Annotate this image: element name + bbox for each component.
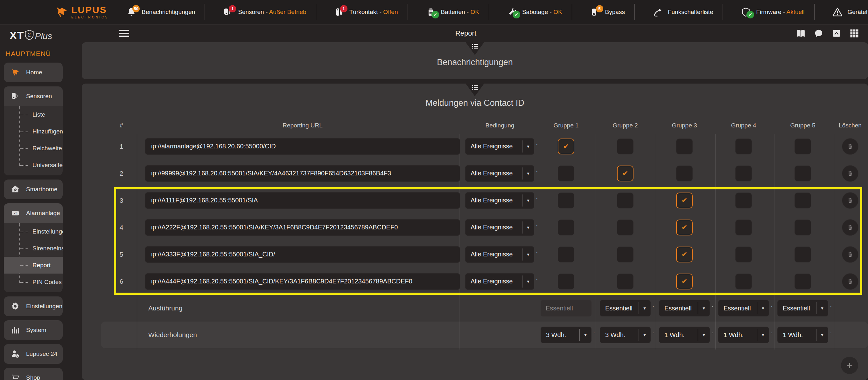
statusbar-item-benachrichtigungen[interactable]: 50 Benachrichtigungen — [126, 6, 195, 19]
sidebar-item-alarm-einstellungen[interactable]: Einstellungen — [4, 223, 63, 240]
reporting-url-input[interactable] — [145, 273, 460, 290]
gruppe1-checkbox[interactable]: ✔ — [558, 274, 574, 289]
gruppe2-checkbox[interactable]: ✔ — [617, 166, 633, 181]
gruppe1-checkbox[interactable]: ✔ — [558, 247, 574, 263]
gruppe3-checkbox[interactable]: ✔ — [676, 247, 693, 263]
gruppe4-checkbox[interactable]: ✔ — [735, 219, 752, 235]
reporting-url-input[interactable] — [145, 165, 460, 182]
sidebar-item-alarmanlage[interactable]: XT Alarmanlage — [4, 203, 63, 223]
add-row-button[interactable]: + — [841, 356, 859, 374]
ausfuehrung-gruppe5-dropdown[interactable]: Essentiell▾ — [777, 300, 828, 316]
gruppe4-checkbox[interactable]: ✔ — [735, 139, 752, 154]
gruppe2-checkbox[interactable]: ✔ — [617, 139, 633, 154]
sidebar-item-lupusec24[interactable]: Lupusec 24 — [4, 344, 63, 364]
gruppe2-checkbox[interactable]: ✔ — [617, 219, 633, 235]
statusbar-item-firmware[interactable]: ✔ Firmware - Aktuell — [740, 6, 804, 19]
bedingung-dropdown[interactable]: Alle Ereignisse▾ — [465, 273, 534, 290]
sidebar-item-sensoren[interactable]: Sensoren — [4, 87, 63, 106]
gruppe5-checkbox[interactable]: ✔ — [795, 219, 811, 235]
gruppe3-checkbox[interactable]: ✔ — [676, 193, 693, 208]
wiederholungen-gruppe4-dropdown[interactable]: 1 Wdh.▾ — [718, 326, 769, 343]
sidebar-item-system[interactable]: System — [4, 320, 63, 340]
delete-row-button[interactable] — [842, 273, 859, 290]
divider — [489, 4, 489, 20]
sidebar-item-home[interactable]: Home — [4, 63, 63, 82]
gruppe2-checkbox[interactable]: ✔ — [617, 247, 633, 263]
collapse-panel-icon[interactable] — [832, 29, 841, 38]
bypass-count-badge: 5 — [596, 5, 603, 12]
sidebar-item-hinzufuegen[interactable]: Hinzufügen — [4, 123, 63, 140]
gruppe4-checkbox[interactable]: ✔ — [735, 193, 752, 208]
gruppe4-checkbox[interactable]: ✔ — [735, 274, 752, 289]
gruppe1-checkbox[interactable]: ✔ — [558, 219, 574, 235]
sidebar-item-pin-codes[interactable]: PIN Codes — [4, 274, 63, 290]
gruppe3-checkbox[interactable]: ✔ — [676, 139, 693, 154]
logo-text: LUPUS — [71, 5, 108, 14]
reporting-url-input[interactable] — [145, 246, 460, 263]
statusbar-item-geraetefehler[interactable]: Gerätefehler — [832, 6, 868, 19]
sidebar-item-sireneneinstellungen[interactable]: Sireneneinstellungen — [4, 240, 63, 257]
delete-row-button[interactable] — [842, 138, 859, 155]
divider — [316, 4, 316, 20]
door-count-badge: 1 — [340, 5, 347, 12]
manual-book-icon[interactable] — [796, 29, 806, 38]
statusbar-item-sensoren[interactable]: 1 Sensoren - Außer Betrieb — [222, 6, 306, 19]
reporting-url-input[interactable] — [145, 192, 460, 209]
ausfuehrung-gruppe2-dropdown[interactable]: Essentiell▾ — [600, 300, 651, 316]
menu-toggle-icon[interactable] — [119, 28, 129, 38]
gruppe1-checkbox[interactable]: ✔ — [558, 166, 574, 181]
sidebar-item-shop[interactable]: Shop — [4, 368, 63, 380]
gruppe3-checkbox[interactable]: ✔ — [676, 219, 693, 235]
gruppe2-checkbox[interactable]: ✔ — [617, 274, 633, 289]
wiederholungen-gruppe3-dropdown[interactable]: 1 Wdh.▾ — [659, 326, 710, 343]
gruppe3-checkbox[interactable]: ✔ — [676, 166, 693, 181]
reporting-url-input[interactable] — [145, 138, 460, 155]
statusbar-item-funkschalterliste[interactable]: Funkschalterliste — [652, 6, 713, 19]
delete-row-button[interactable] — [842, 165, 859, 182]
gruppe5-checkbox[interactable]: ✔ — [795, 247, 811, 263]
gruppe5-checkbox[interactable]: ✔ — [795, 166, 811, 181]
bedingung-dropdown[interactable]: Alle Ereignisse▾ — [465, 219, 534, 236]
gruppe1-checkbox[interactable]: ✔ — [558, 193, 574, 208]
wiederholungen-gruppe5-dropdown[interactable]: 1 Wdh.▾ — [777, 326, 828, 343]
sidebar-item-smarthome[interactable]: Smarthome — [4, 179, 63, 199]
gruppe5-checkbox[interactable]: ✔ — [795, 139, 811, 154]
apps-grid-icon[interactable] — [849, 29, 859, 38]
wiederholungen-gruppe1-dropdown[interactable]: 3 Wdh.▾ — [540, 326, 591, 343]
wiederholungen-gruppe2-dropdown[interactable]: 3 Wdh.▾ — [600, 326, 651, 343]
statusbar-item-bypass[interactable]: 5 Bypass — [589, 6, 625, 19]
gruppe4-checkbox[interactable]: ✔ — [735, 166, 752, 181]
sidebar-item-liste[interactable]: Liste — [4, 106, 63, 123]
check-badge-icon: ✔ — [513, 11, 520, 19]
ausfuehrung-gruppe3-dropdown[interactable]: Essentiell▾ — [659, 300, 710, 316]
statusbar-item-batterien[interactable]: ✔ Batterien - OK — [425, 6, 479, 19]
delete-row-button[interactable] — [842, 192, 859, 209]
bedingung-dropdown[interactable]: Alle Ereignisse▾ — [465, 246, 534, 263]
cart-icon — [11, 373, 20, 380]
sidebar-item-einstellungen[interactable]: Einstellungen — [4, 297, 63, 316]
equalizer-icon — [11, 326, 20, 335]
chevron-down-icon: ▾ — [639, 305, 650, 311]
statusbar-item-tuerkontakt[interactable]: 1 Türkontakt - Offen — [334, 6, 398, 19]
gruppe2-checkbox[interactable]: ✔ — [617, 193, 633, 208]
reporting-url-input[interactable] — [145, 219, 460, 236]
lupus-logo[interactable]: LUPUS ELECTRONICS — [55, 5, 108, 19]
sidebar-item-universalfernbedienung[interactable]: Universalfernbedienung — [4, 157, 63, 173]
bedingung-dropdown[interactable]: Alle Ereignisse▾ — [465, 165, 534, 182]
warning-icon — [832, 7, 843, 18]
gruppe5-checkbox[interactable]: ✔ — [795, 274, 811, 289]
statusbar-item-sabotage[interactable]: ✔ Sabotage - OK — [506, 6, 562, 19]
bedingung-dropdown[interactable]: Alle Ereignisse▾ — [465, 138, 534, 155]
sidebar-item-reichweite[interactable]: Reichweite — [4, 140, 63, 157]
table-row: 2 Alle Ereignisse▾. ✔ ✔ ✔ ✔ ✔ — [101, 160, 868, 187]
ausfuehrung-gruppe4-dropdown[interactable]: Essentiell▾ — [718, 300, 769, 316]
sidebar-item-report[interactable]: Report — [4, 257, 63, 274]
delete-row-button[interactable] — [842, 246, 859, 263]
gruppe4-checkbox[interactable]: ✔ — [735, 247, 752, 263]
gruppe1-checkbox[interactable]: ✔ — [558, 139, 574, 154]
chat-bubble-icon[interactable] — [814, 29, 824, 38]
gruppe3-checkbox[interactable]: ✔ — [676, 274, 693, 289]
delete-row-button[interactable] — [842, 219, 859, 236]
gruppe5-checkbox[interactable]: ✔ — [795, 193, 811, 208]
bedingung-dropdown[interactable]: Alle Ereignisse▾ — [465, 192, 534, 209]
